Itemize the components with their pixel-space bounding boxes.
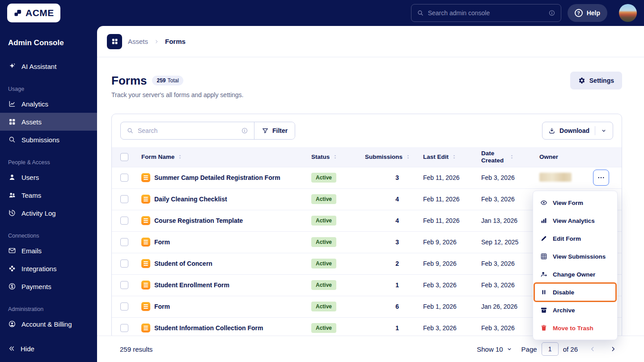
column-last-edit[interactable]: Last Edit [419, 147, 477, 167]
status-badge: Active [311, 216, 336, 226]
select-all-checkbox[interactable] [120, 153, 128, 161]
sort-icon[interactable] [509, 154, 515, 160]
sidebar-item-analytics[interactable]: Analytics [0, 95, 97, 113]
sidebar-item-label: AI Assistant [21, 63, 56, 70]
sidebar-item-teams[interactable]: Teams [0, 186, 97, 204]
info-icon[interactable] [241, 127, 248, 134]
menu-item-archive[interactable]: Archive [533, 301, 617, 319]
submissions-count: 1 [360, 274, 419, 296]
clock-icon [8, 209, 16, 217]
breadcrumb: Assets Forms [97, 26, 644, 57]
logo-text: ACME [25, 8, 54, 18]
sidebar-item-emails[interactable]: Emails [0, 242, 97, 260]
sort-icon[interactable] [177, 154, 183, 160]
table-search-input[interactable] [138, 127, 237, 134]
sidebar-item-integrations[interactable]: Integrations [0, 260, 97, 277]
menu-item-view-analytics[interactable]: View Analytics [533, 212, 617, 230]
form-name[interactable]: Form [154, 303, 170, 310]
menu-item-view-submissions[interactable]: View Submissions [533, 247, 617, 265]
filter-icon [262, 127, 269, 134]
settings-label: Settings [589, 77, 614, 84]
sidebar-item-submissions[interactable]: Submissions [0, 131, 97, 149]
avatar[interactable] [619, 4, 637, 22]
next-page-button[interactable] [607, 343, 619, 355]
menu-item-view-form[interactable]: View Form [533, 194, 617, 212]
form-icon [141, 324, 150, 332]
acme-logo[interactable]: ACME [7, 4, 60, 22]
help-button[interactable]: ? Help [568, 4, 607, 22]
show-per-page-select[interactable]: Show 10 [477, 345, 512, 353]
sidebar-item-assets[interactable]: Assets [0, 113, 97, 131]
row-checkbox[interactable] [120, 217, 128, 225]
total-count: 259 [157, 77, 165, 84]
sidebar-title: Admin Console [0, 26, 97, 50]
form-name[interactable]: Form [154, 238, 170, 246]
sidebar-item-ai-assistant[interactable]: AI Assistant [0, 57, 97, 75]
status-badge: Active [311, 323, 336, 333]
question-icon: ? [575, 9, 583, 17]
form-name[interactable]: Student Enrollment Form [154, 281, 229, 289]
topbar: ACME ? Help [0, 0, 644, 26]
column-form-name[interactable]: Form Name [137, 147, 307, 167]
sort-icon[interactable] [405, 154, 411, 160]
download-button[interactable]: Download [542, 122, 613, 140]
chevron-down-icon[interactable] [601, 128, 607, 134]
hide-label: Hide [21, 345, 34, 353]
row-checkbox[interactable] [120, 324, 128, 332]
sidebar-item-account-billing[interactable]: Account & Billing [0, 315, 97, 333]
form-name[interactable]: Daily Cleaning Checklist [154, 196, 227, 203]
menu-item-edit-form[interactable]: Edit Form [533, 230, 617, 247]
sort-icon[interactable] [332, 154, 338, 160]
admin-search[interactable] [411, 4, 561, 22]
form-name[interactable]: Summer Camp Detailed Registration Form [154, 174, 280, 181]
submissions-count: 2 [360, 253, 419, 274]
sidebar-section-label: People & Access [0, 159, 97, 168]
menu-item-label: Change Owner [553, 271, 595, 278]
info-icon[interactable] [548, 9, 555, 17]
settings-button[interactable]: Settings [570, 72, 622, 89]
admin-search-input[interactable] [428, 9, 544, 17]
row-checkbox[interactable] [120, 238, 128, 246]
table-row: Summer Camp Detailed Registration Form A… [112, 167, 622, 188]
column-label: Date Created [481, 150, 506, 164]
breadcrumb-assets[interactable]: Assets [128, 38, 148, 45]
menu-item-move-to-trash[interactable]: Move to Trash [533, 319, 617, 337]
logo-blocks-icon [13, 9, 22, 17]
column-status[interactable]: Status [307, 147, 360, 167]
filter-button[interactable]: Filter [254, 122, 295, 139]
sort-icon[interactable] [451, 154, 457, 160]
submissions-count: 6 [360, 296, 419, 317]
sidebar-item-users[interactable]: Users [0, 168, 97, 186]
row-actions-button[interactable] [593, 170, 609, 186]
row-checkbox[interactable] [120, 260, 128, 268]
column-date-created[interactable]: Date Created [477, 147, 535, 167]
table-search[interactable] [121, 122, 254, 139]
divider [595, 126, 595, 135]
page-input[interactable] [542, 342, 559, 356]
sidebar-item-activity-log[interactable]: Activity Log [0, 204, 97, 222]
assets-icon [107, 34, 122, 49]
total-label: Total [168, 77, 179, 84]
prev-page-button[interactable] [587, 343, 598, 355]
sidebar-item-label: Payments [21, 283, 51, 290]
sidebar-item-payments[interactable]: Payments [0, 277, 97, 295]
row-checkbox[interactable] [120, 281, 128, 289]
form-name[interactable]: Student Information Collection Form [154, 324, 263, 332]
sidebar-hide-button[interactable]: Hide [0, 340, 97, 358]
row-checkbox[interactable] [120, 195, 128, 203]
sidebar-item-label: Assets [21, 118, 42, 126]
form-icon [141, 281, 150, 290]
last-edit-date: Feb 9, 2026 [419, 253, 477, 274]
search-icon [8, 136, 16, 144]
chevron-down-icon [506, 346, 513, 352]
download-icon [548, 127, 555, 134]
form-name[interactable]: Student of Concern [154, 260, 212, 267]
menu-item-disable[interactable]: Disable [533, 283, 617, 301]
column-owner[interactable]: Owner [535, 147, 589, 167]
column-submissions[interactable]: Submissions [360, 147, 419, 167]
row-checkbox[interactable] [120, 174, 128, 182]
form-icon [141, 302, 150, 311]
form-name[interactable]: Course Registration Template [154, 217, 243, 224]
menu-item-change-owner[interactable]: Change Owner [533, 265, 617, 283]
row-checkbox[interactable] [120, 302, 128, 311]
